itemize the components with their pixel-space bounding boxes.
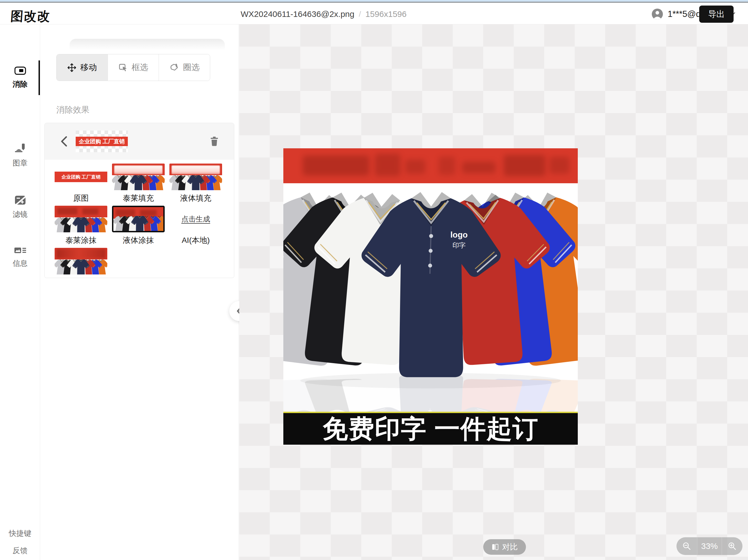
history-banner-text: 企业团购 工厂直销 [76,137,128,146]
erased-text-ghost [303,156,369,176]
feedback-link[interactable]: 反馈 [0,545,40,556]
smudge-mark [140,210,157,216]
effects-grid: 企业团购 工厂直销 原图 泰莱填充 [45,160,234,278]
section-title: 消除效果 [56,104,90,116]
effect-thumbnail-cloud-ai[interactable]: 云AI [55,248,107,278]
user-avatar-icon [652,8,663,20]
effect-label: 泰莱填充 [112,193,165,204]
erased-text-ghost [405,159,425,174]
thumb-banner [55,248,107,259]
export-button[interactable]: 导出 [699,5,733,23]
thumb-banner [112,164,165,175]
history-header: 企业团购 工厂直销 [45,123,234,160]
effect-label: 泰莱涂抹 [55,235,107,246]
fill-wash [171,165,220,174]
lasso-tool-button[interactable]: 圈选 [159,54,210,81]
stamp-icon [14,143,26,154]
thumb-art [55,248,107,275]
zoom-in-button[interactable] [722,537,743,555]
history-thumbnail[interactable]: 企业团购 工厂直销 [76,131,128,152]
artwork-bottom-banner: 免费印字 一件起订 [283,412,578,445]
zoom-control: 33% [676,537,743,555]
shortcuts-link[interactable]: 快捷键 [0,529,40,538]
shirt-logo-text: logo [450,230,467,239]
selection-tool-group: 移动 框选 圈选 [56,54,210,81]
delete-history-button[interactable] [210,137,218,146]
bottom-banner-text: 免费印字 一件起订 [323,412,539,446]
polo-shirts-graphic: logo 印字 [283,183,578,412]
history-back-button[interactable] [60,136,67,147]
mini-shirts [169,175,222,190]
compare-button[interactable]: 对比 [483,539,526,555]
thumb-banner [169,164,222,175]
effect-thumbnail-liquid-fill[interactable]: 液体填充 [169,164,222,204]
erase-icon [14,66,26,75]
artwork-image[interactable]: logo 印字 免费印字 一件起订 [283,148,578,445]
thumb-art-selected [112,206,165,232]
zoom-out-icon [682,541,692,551]
smudge-mark [57,208,77,215]
lasso-select-icon [169,63,179,72]
tools-panel: 移动 框选 圈选 消除效果 企业团 [41,24,239,560]
effect-label: 云AI [55,277,107,278]
file-name: WX20240611-164636@2x.png [241,9,354,19]
smudge-wash [56,249,106,258]
thumb-art: 企业团购 工厂直销 [55,164,107,190]
thumb-art [55,206,107,232]
generate-link[interactable]: 点击生成 [181,214,210,224]
tool-label: 圈选 [183,62,200,73]
effect-thumbnail-ai-local[interactable]: 点击生成 AI(本地) [169,206,222,246]
mini-shirts [55,259,107,275]
effect-label: AI(本地) [169,235,222,246]
file-separator: / [359,10,361,19]
sidebar-item-label: 图章 [0,158,40,168]
compare-label: 对比 [502,542,518,552]
smudge-mark [116,209,135,216]
move-tool-button[interactable]: 移动 [56,54,108,81]
thumb-banner-text: 企业团购 工厂直销 [55,171,107,182]
effect-thumbnail-liquid-smudge[interactable]: 液体涂抹 [112,206,165,246]
mini-shirts [55,217,107,232]
effect-label: 液体填充 [169,193,222,204]
effect-thumbnail-original[interactable]: 企业团购 工厂直销 原图 [55,164,107,204]
sidebar-item-stamp[interactable]: 图章 [0,143,40,168]
chevron-left-icon [60,136,67,147]
browser-edge-strip [0,0,748,3]
artwork-top-banner [283,148,578,183]
app-header: 图改改 WX20240611-164636@2x.png / 1596x1596… [0,4,748,24]
file-info: WX20240611-164636@2x.png / 1596x1596 [241,4,406,24]
sidebar-item-info[interactable]: 信息 [0,246,40,269]
zoom-out-button[interactable] [676,537,697,555]
marquee-tool-button[interactable]: 框选 [108,54,159,81]
sidebar-item-label: 消除 [0,79,40,89]
artwork-shirts-area: logo 印字 [283,183,578,412]
image-dimensions: 1596x1596 [366,9,406,19]
sidebar-item-filter[interactable]: 滤镜 [0,195,40,219]
canvas-area: logo 印字 免费印字 一件起订 对比 33% [239,24,748,560]
tool-label: 移动 [80,62,97,73]
marquee-select-icon [118,63,128,72]
zoom-in-icon [727,541,737,551]
erased-text-ghost [550,157,569,174]
thumb-banner [55,206,107,217]
thumb-art [112,164,165,190]
fill-wash [114,165,162,174]
erase-effects-box: 企业团购 工厂直销 企业团购 工厂直销 原图 [44,123,234,278]
zoom-percent: 33% [697,537,722,555]
mini-shirts [112,175,165,190]
trash-icon [210,137,218,146]
app-logo: 图改改 [10,8,51,25]
erased-text-ghost [462,162,495,173]
sidebar-item-label: 信息 [0,258,40,269]
effect-thumbnail-talai-smudge[interactable]: 泰莱涂抹 [55,206,107,246]
erased-text-ghost [375,154,400,176]
move-icon [67,63,76,72]
sidebar-item-label: 滤镜 [0,209,40,219]
mini-shirts [113,216,165,232]
effect-thumbnail-talai-fill[interactable]: 泰莱填充 [112,164,165,204]
tool-label: 框选 [132,62,148,73]
thumb-art [169,164,222,190]
sidebar-item-erase[interactable]: 消除 [0,66,40,89]
erased-text-ghost [439,157,455,175]
effect-label: 液体涂抹 [112,235,165,246]
